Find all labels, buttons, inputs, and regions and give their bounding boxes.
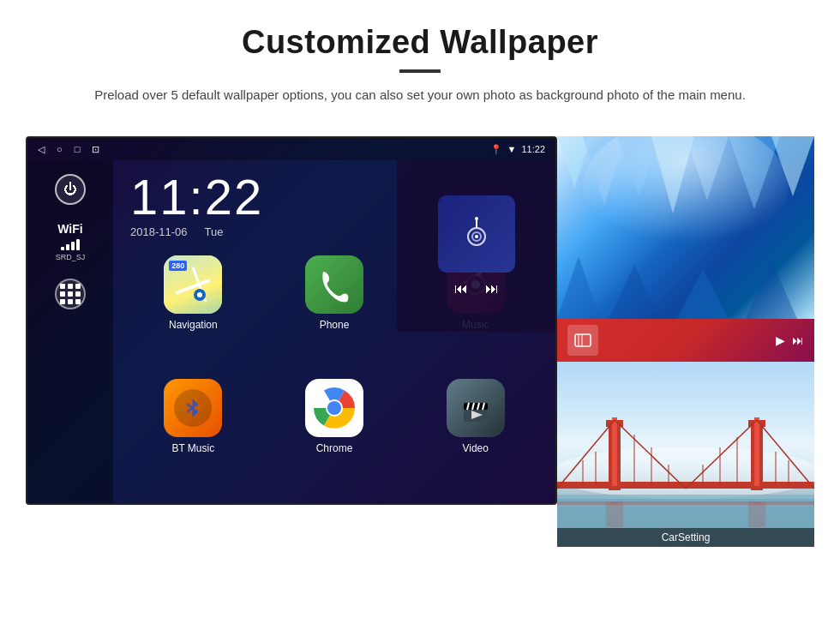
- app-item-video[interactable]: Video: [409, 379, 542, 494]
- video-icon[interactable]: [447, 379, 505, 437]
- nav-badge: 280: [169, 261, 187, 271]
- bluetooth-svg: [181, 396, 205, 420]
- bt-music-icon[interactable]: [164, 379, 222, 437]
- app-item-phone[interactable]: Phone: [268, 255, 401, 370]
- video-svg: [455, 387, 496, 429]
- app-item-bt-music[interactable]: BT Music: [127, 379, 260, 494]
- clock-date-value: 2018-11-06: [130, 225, 188, 238]
- wallpaper-thumb-3[interactable]: CarSetting: [557, 362, 814, 547]
- wifi-bars: [56, 238, 86, 250]
- play-icon[interactable]: ▶: [776, 333, 785, 347]
- wifi-bar-4: [76, 239, 80, 250]
- chrome-icon[interactable]: [305, 379, 363, 437]
- wifi-icon: ▼: [507, 144, 517, 154]
- phone-svg: [316, 267, 352, 303]
- svg-point-9: [327, 401, 341, 415]
- status-time: 11:22: [521, 144, 545, 154]
- media-player: ⏮ ⏭: [397, 160, 555, 332]
- svg-rect-62: [606, 501, 623, 527]
- apps-grid-icon: [60, 284, 81, 304]
- chrome-label: Chrome: [316, 442, 353, 454]
- status-icons: 📍 ▼ 11:22: [490, 144, 545, 155]
- app-item-chrome[interactable]: Chrome: [268, 379, 401, 494]
- svg-point-19: [475, 235, 478, 238]
- page-title: Customized Wallpaper: [51, 24, 789, 61]
- wifi-ssid: SRD_SJ: [56, 253, 86, 261]
- svg-rect-34: [575, 334, 591, 346]
- svg-marker-30: [609, 265, 660, 319]
- media-controls: ⏮ ⏭: [454, 281, 499, 297]
- title-divider: [399, 69, 441, 73]
- left-sidebar: ⏻ WiFi SRD_SJ: [27, 160, 113, 503]
- svg-marker-31: [677, 269, 729, 319]
- nav-icons: ◁ ○ □ ⊡: [38, 144, 99, 155]
- wifi-bar-1: [61, 247, 64, 250]
- media-icon-svg: [455, 213, 498, 255]
- clock-day: Tue: [205, 225, 224, 238]
- navigation-label: Navigation: [169, 319, 218, 331]
- phone-label: Phone: [320, 319, 350, 331]
- media-art: [438, 195, 515, 273]
- page-header: Customized Wallpaper Preload over 5 defa…: [0, 0, 840, 119]
- wifi-label: WiFi: [56, 222, 86, 236]
- next-track-icon[interactable]: ⏭: [485, 281, 499, 297]
- page-subtitle: Preload over 5 default wallpaper options…: [94, 85, 746, 105]
- wallpaper-column: ▶ ⏭: [557, 136, 814, 547]
- power-button[interactable]: ⏻: [55, 174, 86, 205]
- status-bar: ◁ ○ □ ⊡ 📍 ▼ 11:22: [27, 138, 555, 160]
- svg-rect-63: [748, 501, 765, 527]
- wifi-bar-2: [66, 244, 69, 250]
- carsetting-label[interactable]: CarSetting: [557, 528, 814, 547]
- wallpaper-thumb-1[interactable]: [557, 136, 814, 319]
- android-screen: ◁ ○ □ ⊡ 📍 ▼ 11:22 ⏻ WiFi: [26, 136, 557, 505]
- chrome-svg: [312, 386, 357, 430]
- svg-marker-32: [746, 261, 797, 319]
- forward-icon[interactable]: ⏭: [792, 333, 804, 347]
- wallpaper-thumb-mid[interactable]: ▶ ⏭: [557, 319, 814, 362]
- svg-rect-43: [612, 417, 617, 486]
- screen-body: ⏻ WiFi SRD_SJ: [27, 160, 555, 503]
- recents-icon[interactable]: □: [75, 144, 81, 154]
- svg-rect-46: [754, 417, 759, 486]
- screenshot-icon[interactable]: ⊡: [92, 144, 99, 155]
- wifi-bar-3: [71, 242, 75, 250]
- phone-icon[interactable]: [305, 255, 363, 314]
- svg-point-33: [583, 136, 789, 256]
- video-label: Video: [462, 442, 488, 454]
- location-icon: 📍: [490, 144, 502, 155]
- svg-marker-29: [557, 256, 600, 319]
- home-icon[interactable]: ○: [57, 144, 63, 154]
- app-item-navigation[interactable]: 280: [127, 255, 260, 370]
- apps-button[interactable]: [55, 279, 86, 309]
- svg-line-1: [176, 280, 210, 293]
- svg-rect-61: [557, 501, 814, 505]
- svg-point-4: [197, 292, 202, 297]
- ice-svg: [557, 136, 814, 319]
- navigation-icon[interactable]: 280: [164, 255, 222, 314]
- bt-music-label: BT Music: [171, 442, 214, 454]
- prev-track-icon[interactable]: ⏮: [454, 281, 468, 297]
- svg-point-21: [475, 217, 478, 220]
- wifi-info: WiFi SRD_SJ: [56, 222, 86, 261]
- back-icon[interactable]: ◁: [38, 144, 45, 155]
- main-content: ◁ ○ □ ⊡ 📍 ▼ 11:22 ⏻ WiFi: [0, 119, 840, 564]
- bridge-svg: [557, 362, 814, 547]
